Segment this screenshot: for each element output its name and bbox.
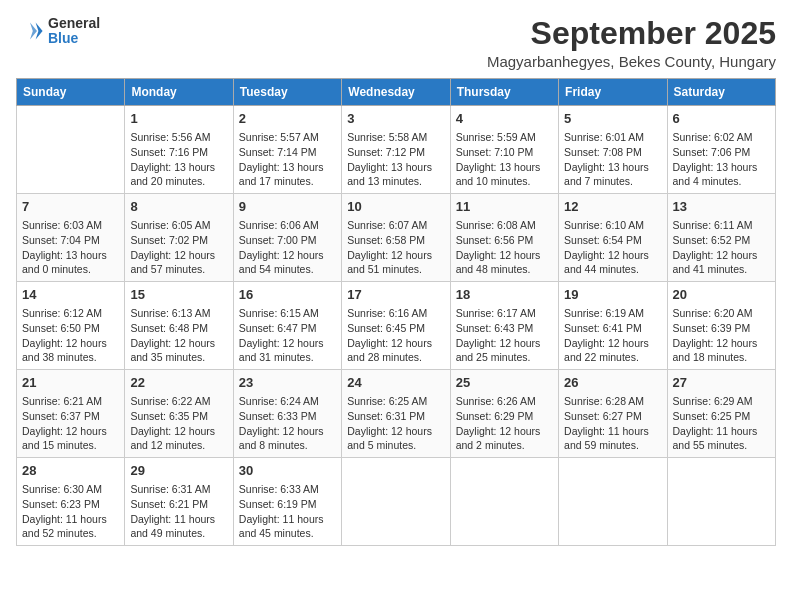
day-number: 17 <box>347 286 444 304</box>
day-info: Sunrise: 6:08 AM Sunset: 6:56 PM Dayligh… <box>456 218 553 277</box>
day-info: Sunrise: 5:59 AM Sunset: 7:10 PM Dayligh… <box>456 130 553 189</box>
day-number: 3 <box>347 110 444 128</box>
day-number: 20 <box>673 286 770 304</box>
day-number: 23 <box>239 374 336 392</box>
day-info: Sunrise: 6:11 AM Sunset: 6:52 PM Dayligh… <box>673 218 770 277</box>
calendar-cell <box>17 106 125 194</box>
calendar-table: SundayMondayTuesdayWednesdayThursdayFrid… <box>16 78 776 546</box>
day-info: Sunrise: 6:10 AM Sunset: 6:54 PM Dayligh… <box>564 218 661 277</box>
day-info: Sunrise: 6:22 AM Sunset: 6:35 PM Dayligh… <box>130 394 227 453</box>
header-monday: Monday <box>125 79 233 106</box>
day-number: 11 <box>456 198 553 216</box>
day-number: 13 <box>673 198 770 216</box>
day-number: 28 <box>22 462 119 480</box>
calendar-cell: 9Sunrise: 6:06 AM Sunset: 7:00 PM Daylig… <box>233 194 341 282</box>
month-title: September 2025 <box>487 16 776 51</box>
calendar-cell: 5Sunrise: 6:01 AM Sunset: 7:08 PM Daylig… <box>559 106 667 194</box>
calendar-cell: 19Sunrise: 6:19 AM Sunset: 6:41 PM Dayli… <box>559 282 667 370</box>
day-info: Sunrise: 6:19 AM Sunset: 6:41 PM Dayligh… <box>564 306 661 365</box>
day-info: Sunrise: 6:05 AM Sunset: 7:02 PM Dayligh… <box>130 218 227 277</box>
day-info: Sunrise: 6:21 AM Sunset: 6:37 PM Dayligh… <box>22 394 119 453</box>
location-title: Magyarbanhegyes, Bekes County, Hungary <box>487 53 776 70</box>
day-number: 25 <box>456 374 553 392</box>
calendar-cell: 12Sunrise: 6:10 AM Sunset: 6:54 PM Dayli… <box>559 194 667 282</box>
day-info: Sunrise: 5:58 AM Sunset: 7:12 PM Dayligh… <box>347 130 444 189</box>
calendar-cell: 3Sunrise: 5:58 AM Sunset: 7:12 PM Daylig… <box>342 106 450 194</box>
day-number: 12 <box>564 198 661 216</box>
header-saturday: Saturday <box>667 79 775 106</box>
day-number: 7 <box>22 198 119 216</box>
calendar-cell: 18Sunrise: 6:17 AM Sunset: 6:43 PM Dayli… <box>450 282 558 370</box>
day-info: Sunrise: 6:12 AM Sunset: 6:50 PM Dayligh… <box>22 306 119 365</box>
title-area: September 2025 Magyarbanhegyes, Bekes Co… <box>487 16 776 70</box>
logo-general: General <box>48 16 100 31</box>
calendar-cell: 10Sunrise: 6:07 AM Sunset: 6:58 PM Dayli… <box>342 194 450 282</box>
day-info: Sunrise: 6:01 AM Sunset: 7:08 PM Dayligh… <box>564 130 661 189</box>
day-info: Sunrise: 6:30 AM Sunset: 6:23 PM Dayligh… <box>22 482 119 541</box>
day-number: 24 <box>347 374 444 392</box>
header-tuesday: Tuesday <box>233 79 341 106</box>
header-thursday: Thursday <box>450 79 558 106</box>
day-number: 14 <box>22 286 119 304</box>
calendar-cell: 6Sunrise: 6:02 AM Sunset: 7:06 PM Daylig… <box>667 106 775 194</box>
calendar-cell: 17Sunrise: 6:16 AM Sunset: 6:45 PM Dayli… <box>342 282 450 370</box>
calendar-cell: 30Sunrise: 6:33 AM Sunset: 6:19 PM Dayli… <box>233 457 341 545</box>
day-info: Sunrise: 6:02 AM Sunset: 7:06 PM Dayligh… <box>673 130 770 189</box>
calendar-cell <box>450 457 558 545</box>
day-number: 27 <box>673 374 770 392</box>
header-sunday: Sunday <box>17 79 125 106</box>
day-number: 18 <box>456 286 553 304</box>
week-row-2: 7Sunrise: 6:03 AM Sunset: 7:04 PM Daylig… <box>17 194 776 282</box>
day-info: Sunrise: 5:57 AM Sunset: 7:14 PM Dayligh… <box>239 130 336 189</box>
calendar-cell: 14Sunrise: 6:12 AM Sunset: 6:50 PM Dayli… <box>17 282 125 370</box>
day-info: Sunrise: 6:29 AM Sunset: 6:25 PM Dayligh… <box>673 394 770 453</box>
logo-icon <box>16 17 44 45</box>
day-info: Sunrise: 5:56 AM Sunset: 7:16 PM Dayligh… <box>130 130 227 189</box>
day-info: Sunrise: 6:28 AM Sunset: 6:27 PM Dayligh… <box>564 394 661 453</box>
logo-blue: Blue <box>48 31 100 46</box>
day-number: 21 <box>22 374 119 392</box>
day-info: Sunrise: 6:25 AM Sunset: 6:31 PM Dayligh… <box>347 394 444 453</box>
header-wednesday: Wednesday <box>342 79 450 106</box>
day-info: Sunrise: 6:26 AM Sunset: 6:29 PM Dayligh… <box>456 394 553 453</box>
calendar-cell: 11Sunrise: 6:08 AM Sunset: 6:56 PM Dayli… <box>450 194 558 282</box>
day-info: Sunrise: 6:24 AM Sunset: 6:33 PM Dayligh… <box>239 394 336 453</box>
day-info: Sunrise: 6:15 AM Sunset: 6:47 PM Dayligh… <box>239 306 336 365</box>
day-number: 6 <box>673 110 770 128</box>
day-number: 16 <box>239 286 336 304</box>
day-info: Sunrise: 6:31 AM Sunset: 6:21 PM Dayligh… <box>130 482 227 541</box>
day-info: Sunrise: 6:07 AM Sunset: 6:58 PM Dayligh… <box>347 218 444 277</box>
day-number: 10 <box>347 198 444 216</box>
day-number: 22 <box>130 374 227 392</box>
day-info: Sunrise: 6:03 AM Sunset: 7:04 PM Dayligh… <box>22 218 119 277</box>
day-number: 15 <box>130 286 227 304</box>
calendar-cell: 16Sunrise: 6:15 AM Sunset: 6:47 PM Dayli… <box>233 282 341 370</box>
day-number: 4 <box>456 110 553 128</box>
day-number: 9 <box>239 198 336 216</box>
week-row-1: 1Sunrise: 5:56 AM Sunset: 7:16 PM Daylig… <box>17 106 776 194</box>
calendar-cell: 7Sunrise: 6:03 AM Sunset: 7:04 PM Daylig… <box>17 194 125 282</box>
header-friday: Friday <box>559 79 667 106</box>
calendar-cell: 2Sunrise: 5:57 AM Sunset: 7:14 PM Daylig… <box>233 106 341 194</box>
page-header: General Blue September 2025 Magyarbanheg… <box>16 16 776 70</box>
calendar-cell: 25Sunrise: 6:26 AM Sunset: 6:29 PM Dayli… <box>450 370 558 458</box>
logo-text: General Blue <box>48 16 100 47</box>
day-info: Sunrise: 6:20 AM Sunset: 6:39 PM Dayligh… <box>673 306 770 365</box>
day-number: 30 <box>239 462 336 480</box>
calendar-cell: 4Sunrise: 5:59 AM Sunset: 7:10 PM Daylig… <box>450 106 558 194</box>
week-row-5: 28Sunrise: 6:30 AM Sunset: 6:23 PM Dayli… <box>17 457 776 545</box>
calendar-cell: 24Sunrise: 6:25 AM Sunset: 6:31 PM Dayli… <box>342 370 450 458</box>
calendar-cell: 29Sunrise: 6:31 AM Sunset: 6:21 PM Dayli… <box>125 457 233 545</box>
calendar-cell <box>667 457 775 545</box>
week-row-3: 14Sunrise: 6:12 AM Sunset: 6:50 PM Dayli… <box>17 282 776 370</box>
day-number: 8 <box>130 198 227 216</box>
calendar-cell: 21Sunrise: 6:21 AM Sunset: 6:37 PM Dayli… <box>17 370 125 458</box>
calendar-cell: 23Sunrise: 6:24 AM Sunset: 6:33 PM Dayli… <box>233 370 341 458</box>
week-row-4: 21Sunrise: 6:21 AM Sunset: 6:37 PM Dayli… <box>17 370 776 458</box>
calendar-cell: 13Sunrise: 6:11 AM Sunset: 6:52 PM Dayli… <box>667 194 775 282</box>
day-info: Sunrise: 6:17 AM Sunset: 6:43 PM Dayligh… <box>456 306 553 365</box>
calendar-cell: 1Sunrise: 5:56 AM Sunset: 7:16 PM Daylig… <box>125 106 233 194</box>
day-number: 1 <box>130 110 227 128</box>
calendar-cell: 28Sunrise: 6:30 AM Sunset: 6:23 PM Dayli… <box>17 457 125 545</box>
calendar-cell: 15Sunrise: 6:13 AM Sunset: 6:48 PM Dayli… <box>125 282 233 370</box>
